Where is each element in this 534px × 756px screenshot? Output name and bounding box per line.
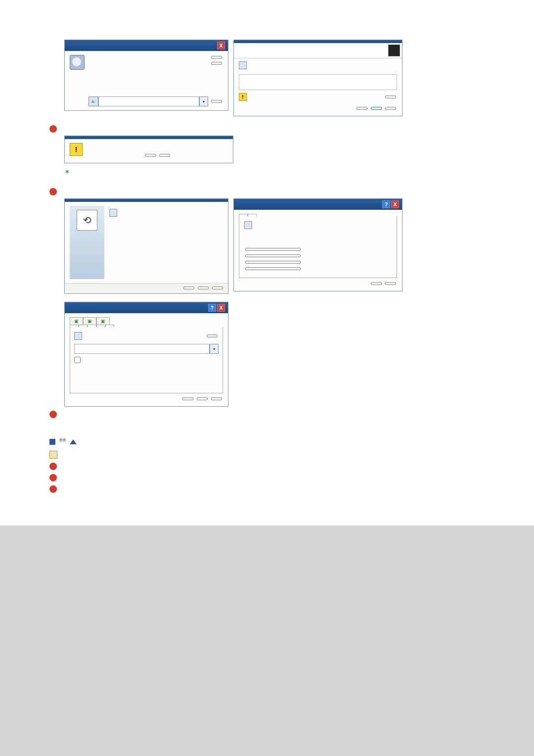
ok-button[interactable] — [211, 56, 222, 59]
tab-general[interactable] — [239, 214, 248, 216]
date-value — [260, 236, 261, 237]
signer-value — [260, 240, 261, 241]
provider-value — [260, 234, 261, 235]
cancel-button[interactable] — [211, 62, 222, 65]
step-10 — [49, 410, 485, 418]
monitor-icon — [109, 209, 117, 217]
cancel-button — [385, 282, 396, 285]
info-icon — [49, 451, 57, 459]
tab-color-correction[interactable]: ▣ — [96, 317, 110, 325]
hardware-icon — [388, 45, 400, 56]
ok-button[interactable] — [182, 397, 193, 400]
tab-general-d[interactable] — [70, 325, 79, 327]
warning-icon: ! — [70, 143, 83, 156]
disk-icon — [70, 55, 85, 70]
sub-step-2-number — [49, 474, 57, 481]
drive-icon: A: — [89, 96, 98, 106]
version-label — [257, 238, 258, 239]
next-button[interactable] — [371, 107, 382, 110]
close-icon[interactable]: X — [391, 200, 399, 208]
help-icon[interactable]: ? — [208, 304, 216, 312]
close-icon[interactable]: X — [217, 304, 225, 312]
dropdown-icon[interactable]: ▾ — [210, 344, 219, 354]
step-9 — [49, 187, 485, 195]
apply-button — [211, 397, 222, 400]
help-icon[interactable]: ? — [382, 200, 390, 208]
close-button[interactable] — [371, 282, 382, 285]
monitor-icon — [244, 221, 252, 229]
hw-installation-dialog: ! — [64, 136, 233, 163]
tab-color-management[interactable] — [105, 325, 114, 327]
sub-step-1-number — [49, 463, 57, 470]
back-button — [183, 286, 194, 289]
refresh-rate-select[interactable] — [74, 344, 210, 354]
dialog-row-1: X — [64, 40, 485, 119]
step-8-number — [49, 125, 57, 133]
cancel-button[interactable] — [197, 397, 208, 400]
driver-properties-dialog: ?X — [233, 198, 402, 291]
monitor-icon — [239, 61, 247, 69]
step-8 — [49, 124, 485, 133]
tab-geforce[interactable]: ▣ — [70, 317, 83, 325]
dropdown-icon[interactable]: ▾ — [199, 96, 208, 106]
tab-driver[interactable] — [248, 214, 257, 216]
completing-wizard-dialog: ⟲ — [64, 198, 228, 294]
display-properties-dialog: ?X ▣ ▣ ▣ — [64, 302, 228, 407]
cancel-button — [212, 286, 223, 289]
step-9-number — [49, 188, 57, 195]
signer-label — [257, 240, 258, 241]
tab-monitor[interactable] — [88, 325, 96, 327]
sig-not-found-instr — [49, 451, 485, 459]
sub-step-3-number — [49, 485, 57, 493]
cancel-button[interactable] — [385, 107, 396, 110]
install-from-disk-dialog: X — [64, 40, 228, 111]
driver-details-button[interactable] — [245, 248, 301, 251]
browse-button[interactable] — [211, 100, 222, 103]
tab-device[interactable]: ▣ — [83, 317, 96, 325]
uninstall-button[interactable] — [245, 267, 301, 270]
have-disk-button[interactable] — [385, 95, 396, 98]
finish-button[interactable] — [198, 286, 209, 289]
version-value — [260, 238, 261, 239]
install-from-disk-titlebar: X — [65, 40, 228, 51]
properties-button[interactable] — [207, 334, 218, 337]
step-10-number — [49, 411, 57, 418]
sub-step-2 — [49, 473, 485, 481]
driver-props-titlebar: ?X — [234, 199, 402, 210]
sub-step-1 — [49, 462, 485, 470]
date-label — [257, 236, 258, 237]
display-props-titlebar: ?X — [65, 302, 228, 313]
up-arrow-icon[interactable] — [70, 439, 77, 444]
dialog-row-2: ⟲ — [64, 198, 485, 297]
warning-icon: ! — [239, 93, 247, 101]
rollback-driver-button[interactable] — [245, 261, 301, 264]
back-button[interactable] — [356, 107, 367, 110]
continue-anyway-button[interactable] — [145, 154, 156, 157]
tab-troubleshoot[interactable] — [96, 325, 105, 327]
monitor-icon — [74, 332, 82, 340]
hw-update-select-dialog: ! — [233, 40, 402, 116]
tab-adapter[interactable] — [79, 325, 88, 327]
page-container: X — [0, 0, 534, 525]
hide-modes-checkbox[interactable] — [74, 357, 219, 363]
close-icon[interactable]: X — [217, 42, 225, 49]
wizard-graphic: ⟲ — [70, 206, 104, 279]
note-icon: ✶ — [64, 168, 70, 175]
provider-label — [257, 234, 258, 235]
bullet-icon — [49, 439, 55, 445]
os-heading: ®® — [49, 438, 485, 446]
stop-installation-button[interactable] — [159, 154, 170, 157]
update-driver-button[interactable] — [245, 254, 301, 257]
sub-step-3 — [49, 484, 485, 493]
